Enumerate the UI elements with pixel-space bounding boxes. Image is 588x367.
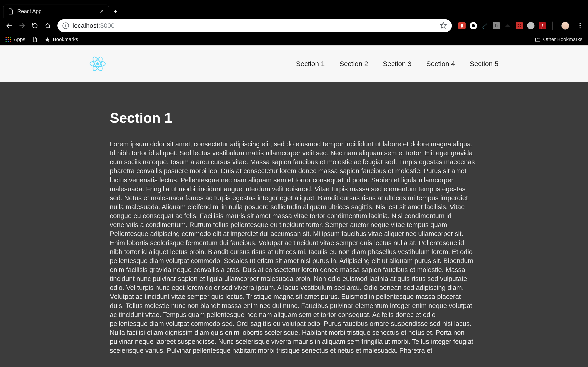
- svg-marker-2: [441, 22, 446, 28]
- nav-link-section-4[interactable]: Section 4: [426, 60, 455, 68]
- bookmarks-folder[interactable]: Bookmarks: [44, 36, 78, 42]
- tab-strip: React App ✕ ＋: [0, 0, 588, 18]
- extension-icon[interactable]: [458, 22, 466, 29]
- star-icon: [44, 37, 50, 42]
- svg-point-3: [483, 27, 484, 28]
- svg-marker-9: [45, 37, 50, 42]
- home-button[interactable]: [43, 21, 53, 31]
- page-viewport: Section 1 Section 2 Section 3 Section 4 …: [0, 45, 588, 367]
- section-body: Lorem ipsum dolor sit amet, consectetur …: [110, 140, 475, 355]
- section-heading: Section 1: [110, 110, 475, 126]
- bookmarks-bar: Apps Bookmarks Other Bookmarks: [0, 33, 588, 45]
- react-logo-icon: [90, 56, 108, 72]
- nav-link-section-2[interactable]: Section 2: [339, 60, 368, 68]
- extension-icon[interactable]: [470, 22, 477, 29]
- back-button[interactable]: [4, 21, 14, 31]
- svg-point-5: [518, 24, 519, 25]
- browser-menu-icon[interactable]: [576, 23, 584, 28]
- svg-point-8: [520, 26, 521, 27]
- extension-icon[interactable]: [481, 22, 489, 29]
- extensions-row: ħ f: [456, 22, 584, 30]
- browser-chrome: React App ✕ ＋ i localhost:3000: [0, 0, 588, 45]
- folder-icon: [535, 37, 540, 42]
- close-icon[interactable]: ✕: [99, 9, 104, 14]
- bookmark-item[interactable]: [32, 37, 38, 42]
- extension-icon[interactable]: [516, 22, 523, 29]
- svg-point-10: [96, 62, 99, 65]
- other-bookmarks[interactable]: Other Bookmarks: [535, 36, 582, 42]
- file-icon: [8, 8, 14, 15]
- address-bar[interactable]: i localhost:3000: [57, 19, 452, 32]
- page-nav: Section 1 Section 2 Section 3 Section 4 …: [296, 60, 498, 68]
- svg-point-7: [518, 26, 519, 27]
- separator: [526, 36, 526, 43]
- new-tab-button[interactable]: ＋: [109, 5, 122, 18]
- url-text: localhost:3000: [73, 22, 115, 29]
- separator: [552, 22, 553, 30]
- reload-button[interactable]: [30, 21, 40, 31]
- site-info-icon[interactable]: i: [62, 23, 69, 29]
- extension-icon[interactable]: ħ: [493, 22, 500, 29]
- extension-icon[interactable]: [527, 22, 535, 29]
- content-section: Section 1 Lorem ipsum dolor sit amet, co…: [0, 82, 588, 355]
- bookmark-star-icon[interactable]: [440, 22, 447, 30]
- file-icon: [32, 37, 38, 42]
- nav-link-section-3[interactable]: Section 3: [383, 60, 412, 68]
- nav-link-section-1[interactable]: Section 1: [296, 60, 325, 68]
- svg-marker-4: [505, 24, 511, 27]
- nav-link-section-5[interactable]: Section 5: [470, 60, 498, 68]
- tab-title: React App: [17, 8, 96, 15]
- page-header: Section 1 Section 2 Section 3 Section 4 …: [0, 45, 588, 82]
- extension-icon[interactable]: [504, 22, 511, 29]
- profile-avatar[interactable]: [561, 22, 569, 30]
- apps-button[interactable]: Apps: [6, 36, 25, 42]
- extension-icon[interactable]: f: [539, 22, 546, 29]
- browser-tab[interactable]: React App ✕: [3, 5, 109, 18]
- apps-icon: [6, 37, 11, 42]
- browser-toolbar: i localhost:3000 ħ: [0, 18, 588, 33]
- svg-point-6: [520, 24, 521, 25]
- forward-button[interactable]: [17, 21, 27, 31]
